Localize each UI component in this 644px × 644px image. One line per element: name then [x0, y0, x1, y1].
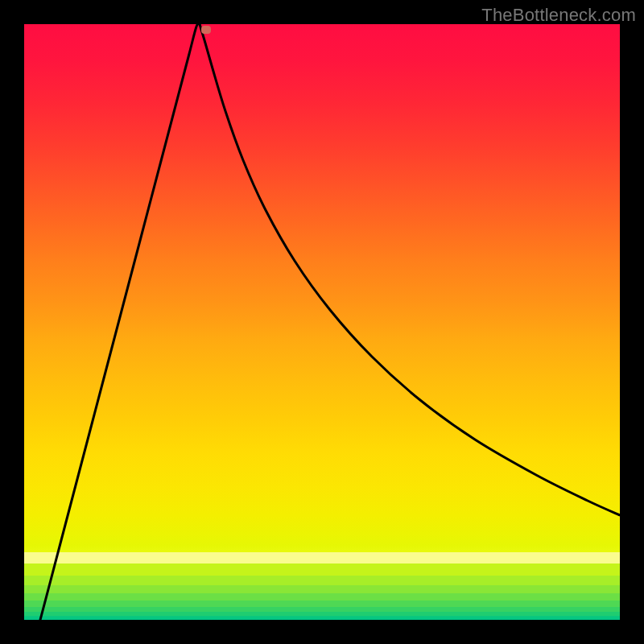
curve-left-branch: [40, 24, 200, 620]
plot-area: [24, 24, 620, 620]
bottleneck-curve: [24, 24, 620, 620]
watermark-text: TheBottleneck.com: [481, 5, 636, 26]
optimum-marker: [201, 26, 211, 34]
curve-right-branch: [200, 24, 620, 515]
chart-frame: TheBottleneck.com: [0, 0, 644, 644]
